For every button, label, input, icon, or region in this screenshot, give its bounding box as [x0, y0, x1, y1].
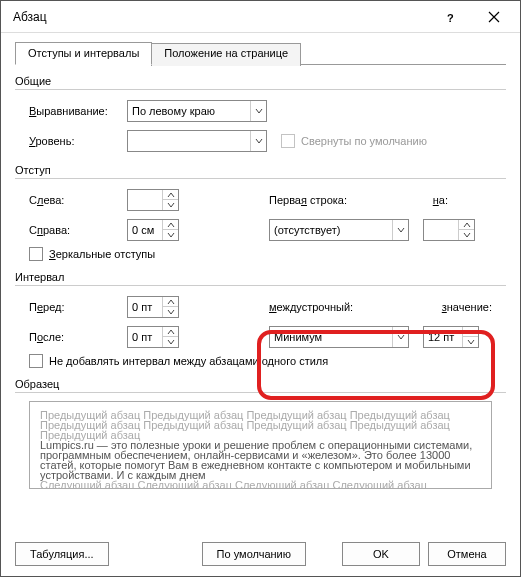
mirror-label: Зеркальные отступы: [49, 248, 155, 260]
down-icon[interactable]: [459, 230, 474, 240]
down-icon[interactable]: [163, 337, 178, 347]
after-spinner[interactable]: [127, 326, 179, 348]
indent-by-label: на:: [433, 194, 448, 206]
dialog-body: Отступы и интервалы Положение на страниц…: [1, 33, 520, 532]
alignment-value[interactable]: [128, 101, 250, 121]
mirror-checkbox[interactable]: [29, 247, 43, 261]
group-preview: Образец Предыдущий абзац Предыдущий абза…: [15, 378, 506, 489]
nospace-label: Не добавлять интервал между абзацами одн…: [49, 355, 328, 367]
cancel-button[interactable]: Отмена: [428, 542, 506, 566]
footer: Табуляция... По умолчанию OK Отмена: [1, 532, 520, 576]
default-button[interactable]: По умолчанию: [202, 542, 306, 566]
chevron-down-icon[interactable]: [392, 220, 408, 240]
before-spinner[interactable]: [127, 296, 179, 318]
up-icon[interactable]: [463, 327, 478, 337]
line-spacing-label: междустрочный:: [269, 301, 353, 313]
ok-button[interactable]: OK: [342, 542, 420, 566]
level-value[interactable]: [128, 131, 250, 151]
collapse-checkbox[interactable]: [281, 134, 295, 148]
down-icon[interactable]: [463, 337, 478, 347]
at-label: значение:: [442, 301, 492, 313]
indent-left-label: Слева:: [15, 194, 127, 206]
down-icon[interactable]: [163, 307, 178, 317]
preview-box: Предыдущий абзац Предыдущий абзац Предыд…: [29, 401, 492, 489]
nospace-checkbox[interactable]: [29, 354, 43, 368]
help-button[interactable]: ?: [428, 2, 472, 32]
alignment-label: Выравнивание:: [15, 105, 127, 117]
collapse-label: Свернуты по умолчанию: [301, 135, 427, 147]
group-spacing: Интервал Перед: междустрочный: значение:…: [15, 271, 506, 368]
preview-next: Следующий абзац Следующий абзац Следующи…: [40, 480, 481, 489]
up-icon[interactable]: [163, 190, 178, 200]
chevron-down-icon[interactable]: [392, 327, 408, 347]
level-label: Уровень:: [15, 135, 127, 147]
after-label: После:: [15, 331, 127, 343]
down-icon[interactable]: [163, 230, 178, 240]
level-combo[interactable]: [127, 130, 267, 152]
tab-position[interactable]: Положение на странице: [151, 43, 301, 66]
up-icon[interactable]: [163, 220, 178, 230]
dialog-title: Абзац: [13, 10, 428, 24]
up-icon[interactable]: [459, 220, 474, 230]
at-spinner[interactable]: [423, 326, 479, 348]
first-line-combo[interactable]: [269, 219, 409, 241]
svg-text:?: ?: [447, 12, 454, 23]
group-preview-label: Образец: [15, 378, 506, 390]
down-icon[interactable]: [163, 200, 178, 210]
indent-right-label: Справа:: [15, 224, 127, 236]
indent-left-spinner[interactable]: [127, 189, 179, 211]
group-general: Общие Выравнивание: Уровень: Свернуты по…: [15, 75, 506, 154]
up-icon[interactable]: [163, 327, 178, 337]
group-indent-label: Отступ: [15, 164, 506, 176]
up-icon[interactable]: [163, 297, 178, 307]
group-spacing-label: Интервал: [15, 271, 506, 283]
line-spacing-combo[interactable]: [269, 326, 409, 348]
alignment-combo[interactable]: [127, 100, 267, 122]
group-indent: Отступ Слева: Первая строка: на: Справа:: [15, 164, 506, 261]
paragraph-dialog: Абзац ? Отступы и интервалы Положение на…: [0, 0, 521, 577]
indent-by-spinner[interactable]: [423, 219, 475, 241]
preview-prev: Предыдущий абзац Предыдущий абзац Предыд…: [40, 410, 481, 440]
preview-body: Lumpics.ru — это полезные уроки и решени…: [40, 440, 481, 480]
titlebar: Абзац ?: [1, 1, 520, 33]
first-line-label: Первая строка:: [269, 194, 347, 206]
tabs-button[interactable]: Табуляция...: [15, 542, 109, 566]
before-label: Перед:: [15, 301, 127, 313]
chevron-down-icon[interactable]: [250, 101, 266, 121]
indent-right-spinner[interactable]: [127, 219, 179, 241]
tabstrip: Отступы и интервалы Положение на страниц…: [15, 41, 506, 65]
group-general-label: Общие: [15, 75, 506, 87]
tab-indents[interactable]: Отступы и интервалы: [15, 42, 152, 65]
chevron-down-icon[interactable]: [250, 131, 266, 151]
close-button[interactable]: [472, 2, 516, 32]
